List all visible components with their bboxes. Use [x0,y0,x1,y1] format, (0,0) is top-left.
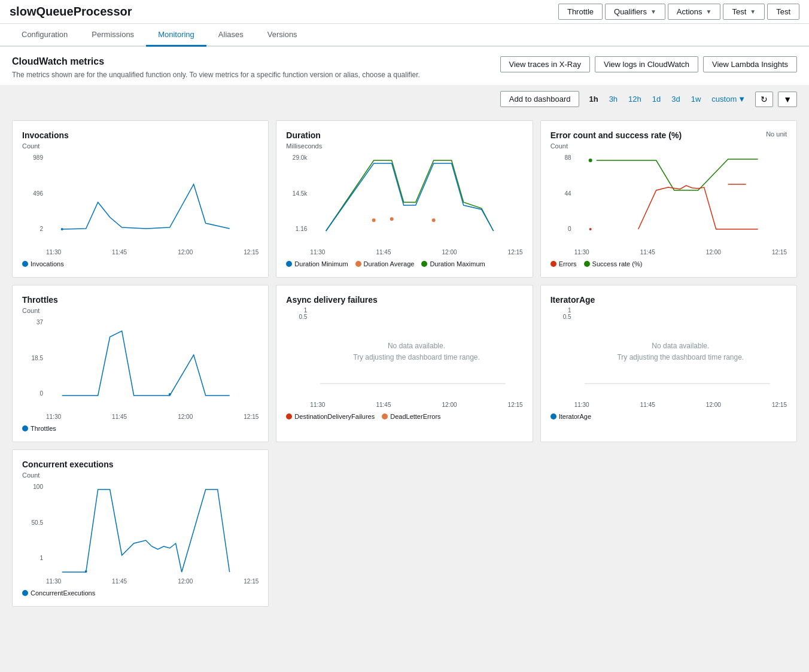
invocations-unit: Count [22,142,258,150]
legend-throttles-label: Throttles [31,425,56,432]
invocations-svg [22,154,258,232]
throttle-button[interactable]: Throttle [558,4,603,20]
metrics-toolbar: Add to dashboard 1h 3h 12h 1d 3d 1w cust… [0,85,809,113]
legend-throttles: Throttles [22,425,56,432]
cloudwatch-title: CloudWatch metrics [12,56,420,67]
invocations-y-axis: 9894962 [22,154,43,232]
actions-dropdown-icon: ▼ [706,8,712,15]
time-3h[interactable]: 3h [604,92,622,106]
cloudwatch-header: CloudWatch metrics The metrics shown are… [0,47,809,85]
refresh-button[interactable]: ↻ [755,92,773,107]
legend-invocations-label: Invocations [31,260,64,267]
test-button[interactable]: Test [767,4,799,20]
throttles-chart: 3718.50 [22,319,258,409]
deadletter-dot [382,413,388,419]
legend-duration-max: Duration Maximum [421,260,485,267]
time-1w[interactable]: 1w [686,92,706,106]
duration-avg-dot [355,261,361,267]
metrics-grid-row3: Concurrent executions Count 10050.51 11:… [0,449,809,619]
cloudwatch-description: The metrics shown are for the unqualifie… [12,71,420,79]
function-link[interactable]: function version or alias [282,71,358,79]
invocations-title: Invocations [22,130,258,140]
actions-button[interactable]: Actions ▼ [668,4,721,20]
concurrent-unit: Count [22,472,258,479]
concurrent-dot [22,590,28,596]
time-3d[interactable]: 3d [667,92,685,106]
legend-deadletter: DeadLetterErrors [382,413,440,420]
time-1d[interactable]: 1d [647,92,665,106]
tab-permissions[interactable]: Permissions [80,24,146,47]
throttles-svg [22,319,258,397]
legend-duration-min-label: Duration Minimum [294,260,348,267]
tabs-row: Configuration Permissions Monitoring Ali… [0,24,809,47]
invocations-x-axis: 11:3011:4512:0012:15 [22,249,258,256]
qualifiers-button[interactable]: Qualifiers ▼ [605,4,665,20]
error-chart: 88440 [551,154,787,244]
legend-invocations: Invocations [22,260,64,267]
empty-col-3 [540,449,797,607]
custom-dropdown-icon: ▼ [738,95,746,104]
duration-title: Duration [286,130,522,140]
async-no-data-msg: No data available. [388,340,445,352]
concurrent-svg [22,484,258,573]
metrics-grid-row1: Invocations Count 9894962 11:3011:4512:0… [0,113,809,285]
time-navigation: 1h 3h 12h 1d 3d 1w custom ▼ [584,92,750,106]
cloudwatch-buttons: View traces in X-Ray View logs in CloudW… [500,56,797,72]
iterator-no-data: No data available. Try adjusting the das… [574,307,787,397]
async-y-axis: 10.5 [286,307,307,385]
throttles-dot [22,425,28,431]
errors-dot [551,261,556,267]
iterator-legend: IteratorAge [551,413,787,420]
async-title: Async delivery failures [286,295,522,305]
iterator-no-data-msg: No data available. [652,340,709,352]
iterator-title: IteratorAge [551,295,787,305]
qualifiers-dropdown-icon: ▼ [650,8,656,15]
test-dropdown-icon: ▼ [750,8,756,15]
throttles-title: Throttles [22,295,258,305]
duration-chart: 29.0k14.5k1.16 [286,154,522,244]
tab-versions[interactable]: Versions [256,24,309,47]
add-dashboard-button[interactable]: Add to dashboard [500,91,580,107]
view-insights-button[interactable]: View Lambda Insights [703,56,797,72]
legend-errors: Errors [551,260,577,267]
concurrent-x-axis: 11:3011:4512:0012:15 [22,578,258,585]
test-dropdown-button[interactable]: Test ▼ [723,4,765,20]
time-1h[interactable]: 1h [584,92,603,106]
tab-configuration[interactable]: Configuration [10,24,80,47]
view-logs-button[interactable]: View logs in CloudWatch [595,56,698,72]
iterator-no-data-hint: Try adjusting the dashboard time range. [617,352,744,363]
duration-legend: Duration Minimum Duration Average Durati… [286,260,522,267]
empty-col-2 [276,449,533,607]
tab-monitoring[interactable]: Monitoring [146,24,206,47]
duration-unit: Milliseconds [286,142,522,150]
legend-dest-failures-label: DestinationDeliveryFailures [294,413,375,420]
svg-point-1 [372,218,376,222]
invocations-legend: Invocations [22,260,258,267]
async-no-data-hint: Try adjusting the dashboard time range. [353,352,480,363]
concurrent-executions-card: Concurrent executions Count 10050.51 11:… [12,449,269,607]
legend-dest-failures: DestinationDeliveryFailures [286,413,375,420]
svg-point-4 [588,159,592,162]
time-custom[interactable]: custom ▼ [707,92,750,106]
throttles-legend: Throttles [22,425,258,432]
tab-aliases[interactable]: Aliases [206,24,256,47]
async-chart: 10.5 No data available. Try adjusting th… [286,307,522,397]
iterator-age-card: IteratorAge 10.5 No data available. Try … [540,285,797,442]
duration-card: Duration Milliseconds 29.0k14.5k1.16 11:… [276,120,533,278]
time-12h[interactable]: 12h [624,92,646,106]
async-x-axis: 11:3011:4512:0012:15 [286,402,522,408]
concurrent-legend: ConcurrentExecutions [22,589,258,597]
legend-duration-min: Duration Minimum [286,260,348,267]
duration-x-axis: 11:3011:4512:0012:15 [286,249,522,256]
legend-duration-avg-label: Duration Average [364,260,415,267]
async-delivery-card: Async delivery failures 10.5 No data ava… [276,285,533,442]
iterator-x-axis: 11:3011:4512:0012:15 [551,402,787,408]
throttles-unit: Count [22,307,258,314]
concurrent-title: Concurrent executions [22,460,258,469]
legend-concurrent-label: ConcurrentExecutions [31,589,95,597]
legend-iterator-label: IteratorAge [559,413,591,420]
refresh-options-button[interactable]: ▼ [778,92,797,107]
view-traces-button[interactable]: View traces in X-Ray [500,56,590,72]
error-legend: Errors Success rate (%) [551,260,787,267]
concurrent-chart: 10050.51 [22,484,258,573]
